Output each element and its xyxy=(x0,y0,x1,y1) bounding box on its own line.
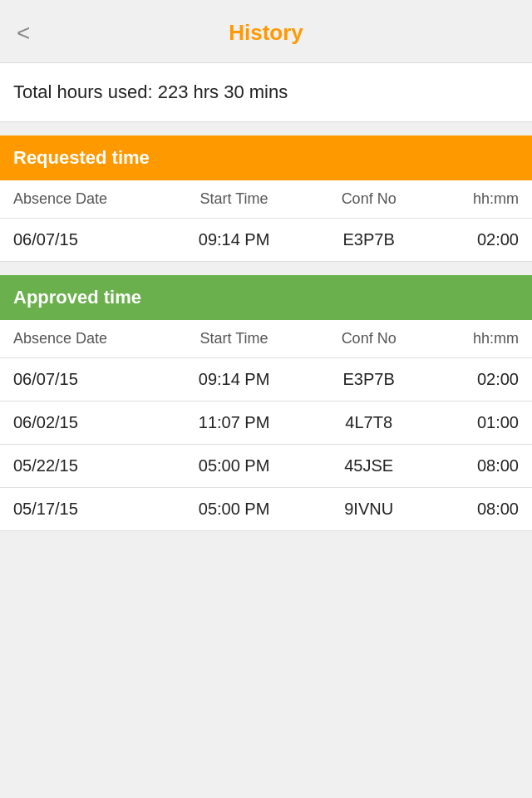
req-col-start-time: Start Time xyxy=(161,180,306,218)
approved-row-2: 06/02/15 11:07 PM 4L7T8 01:00 xyxy=(0,401,532,445)
app-row1-start-time: 09:14 PM xyxy=(161,358,306,401)
req-col-conf-no: Conf No xyxy=(307,180,431,218)
req-col-hhmm: hh:mm xyxy=(431,180,525,218)
app-row3-hhmm: 08:00 xyxy=(431,445,525,487)
app-row1-absence-date: 06/07/15 xyxy=(7,358,161,401)
app-row4-absence-date: 05/17/15 xyxy=(7,488,161,530)
req-row1-hhmm: 02:00 xyxy=(431,219,525,261)
app-row2-conf-no: 4L7T8 xyxy=(307,401,431,444)
app-col-hhmm: hh:mm xyxy=(431,320,525,357)
approved-row-4: 05/17/15 05:00 PM 9IVNU 08:00 xyxy=(0,488,532,531)
requested-time-header: Requested time xyxy=(0,135,532,180)
requested-col-header: Absence Date Start Time Conf No hh:mm xyxy=(0,180,532,219)
approved-time-section: Approved time Absence Date Start Time Co… xyxy=(0,275,532,531)
app-row1-conf-no: E3P7B xyxy=(307,358,431,401)
approved-time-header: Approved time xyxy=(0,275,532,320)
back-button[interactable]: < xyxy=(17,22,30,45)
req-col-absence-date: Absence Date xyxy=(7,180,161,218)
approved-row-3: 05/22/15 05:00 PM 45JSE 08:00 xyxy=(0,445,532,488)
spacer-2 xyxy=(0,262,532,275)
app-row4-hhmm: 08:00 xyxy=(431,488,525,530)
app-row2-start-time: 11:07 PM xyxy=(161,401,306,444)
app-row2-hhmm: 01:00 xyxy=(431,401,525,444)
requested-row-1: 06/07/15 09:14 PM E3P7B 02:00 xyxy=(0,219,532,262)
app-col-absence-date: Absence Date xyxy=(7,320,161,357)
app-row3-start-time: 05:00 PM xyxy=(161,445,306,487)
app-col-start-time: Start Time xyxy=(161,320,306,357)
req-row1-start-time: 09:14 PM xyxy=(161,219,306,261)
requested-time-section: Requested time Absence Date Start Time C… xyxy=(0,135,532,262)
spacer-1 xyxy=(0,122,532,135)
app-header: < History xyxy=(0,0,532,63)
app-row1-hhmm: 02:00 xyxy=(431,358,525,401)
app-row2-absence-date: 06/02/15 xyxy=(7,401,161,444)
req-row1-absence-date: 06/07/15 xyxy=(7,219,161,261)
app-row4-start-time: 05:00 PM xyxy=(161,488,306,530)
approved-row-1: 06/07/15 09:14 PM E3P7B 02:00 xyxy=(0,358,532,401)
approved-col-header: Absence Date Start Time Conf No hh:mm xyxy=(0,320,532,358)
app-row3-absence-date: 05/22/15 xyxy=(7,445,161,487)
page-title: History xyxy=(229,20,303,46)
total-hours-label: Total hours used: 223 hrs 30 mins xyxy=(0,63,532,122)
app-row4-conf-no: 9IVNU xyxy=(307,488,431,530)
app-row3-conf-no: 45JSE xyxy=(307,445,431,487)
req-row1-conf-no: E3P7B xyxy=(307,219,431,261)
app-col-conf-no: Conf No xyxy=(307,320,431,357)
